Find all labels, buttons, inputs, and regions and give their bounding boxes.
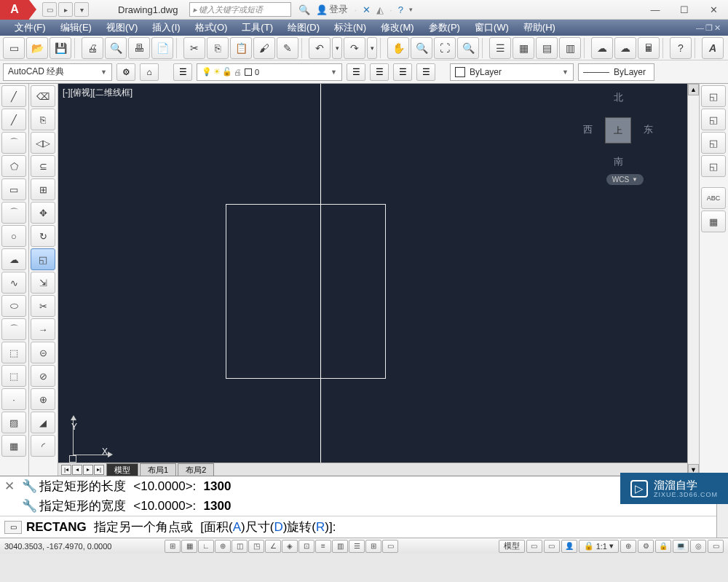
layer-freeze-icon[interactable]: ☰ bbox=[416, 63, 435, 81]
polyline-tool-icon[interactable]: ⌒ bbox=[1, 132, 26, 154]
menu-window[interactable]: 窗口(W) bbox=[467, 20, 516, 36]
rt-visual-style4-icon[interactable]: ◱ bbox=[701, 155, 726, 177]
qat-open-icon[interactable]: ▸ bbox=[58, 2, 73, 17]
coordinates-readout[interactable]: 3040.3503, -167.4970, 0.0000 bbox=[4, 542, 150, 551]
menu-view[interactable]: 视图(V) bbox=[99, 20, 145, 36]
fillet-tool-icon[interactable]: ◜ bbox=[31, 435, 55, 457]
line-tool-icon[interactable]: ╱ bbox=[1, 85, 26, 107]
viewcube-east[interactable]: 东 bbox=[644, 123, 653, 136]
quickcalc-icon[interactable]: ☁ bbox=[614, 37, 636, 59]
offset-tool-icon[interactable]: ⊆ bbox=[31, 155, 55, 177]
ellipse-tool-icon[interactable]: ⬭ bbox=[1, 295, 26, 317]
rt-visual-style2-icon[interactable]: ◱ bbox=[701, 109, 726, 130]
stretch-tool-icon[interactable]: ⇲ bbox=[31, 272, 55, 294]
rt-text-icon[interactable]: ABC bbox=[701, 187, 726, 209]
design-center-icon[interactable]: ▦ bbox=[513, 37, 534, 59]
vertical-scrollbar[interactable]: ▲ ▼ bbox=[687, 84, 699, 476]
qat-new-icon[interactable]: ▭ bbox=[42, 2, 57, 17]
wrench-icon[interactable]: ✕ bbox=[4, 480, 17, 493]
help-toolbar-icon[interactable]: ? bbox=[670, 37, 692, 59]
annotation-scale-value[interactable]: 🔒 1:1 ▾ bbox=[579, 540, 619, 553]
quickview-drawings-icon[interactable]: ▭ bbox=[544, 540, 560, 553]
join-tool-icon[interactable]: ⊕ bbox=[31, 388, 55, 410]
rt-visual-style3-icon[interactable]: ◱ bbox=[701, 132, 726, 154]
otrack-toggle-icon[interactable]: ∠ bbox=[265, 540, 281, 553]
calc-icon[interactable]: 🖩 bbox=[638, 37, 660, 59]
menu-draw[interactable]: 绘图(D) bbox=[280, 20, 327, 36]
viewcube-north[interactable]: 北 bbox=[614, 91, 623, 104]
match-props-icon[interactable]: 🖌 bbox=[253, 37, 275, 59]
menu-edit[interactable]: 编辑(E) bbox=[53, 20, 99, 36]
menu-format[interactable]: 格式(O) bbox=[188, 20, 235, 36]
layer-prev-icon[interactable]: ☰ bbox=[393, 63, 412, 81]
search-icon[interactable]: 🔍 bbox=[298, 4, 310, 15]
menu-insert[interactable]: 插入(I) bbox=[145, 20, 187, 36]
menu-help[interactable]: 帮助(H) bbox=[516, 20, 563, 36]
paste-icon[interactable]: 📋 bbox=[230, 37, 252, 59]
isolate-objects-icon[interactable]: ◎ bbox=[690, 540, 706, 553]
layer-iso-icon[interactable]: ☰ bbox=[370, 63, 389, 81]
wcs-badge[interactable]: WCS▼ bbox=[606, 174, 644, 185]
mdi-restore-icon[interactable]: ❐ bbox=[705, 23, 713, 33]
zoom-realtime-icon[interactable]: 🔍 bbox=[411, 37, 432, 59]
quickview-layouts-icon[interactable]: ▭ bbox=[526, 540, 542, 553]
menu-tools[interactable]: 工具(T) bbox=[234, 20, 280, 36]
viewcube-west[interactable]: 西 bbox=[583, 123, 593, 136]
login-button[interactable]: 👤 登录 bbox=[316, 3, 348, 16]
hatch-tool-icon[interactable]: ▨ bbox=[1, 412, 26, 433]
qat-dropdown-icon[interactable]: ▾ bbox=[74, 2, 89, 17]
tab-first-icon[interactable]: |◂ bbox=[61, 465, 71, 475]
markup-icon[interactable]: ☁ bbox=[591, 37, 613, 59]
sheet-set-icon[interactable]: ▥ bbox=[559, 37, 581, 59]
layer-combo[interactable]: 💡 ☀ 🔓 🖨 0 ▼ bbox=[197, 63, 342, 81]
tab-next-icon[interactable]: ▸ bbox=[83, 465, 93, 475]
array-tool-icon[interactable]: ⊞ bbox=[31, 178, 55, 200]
scale-tool-icon[interactable]: ◱ bbox=[31, 248, 55, 270]
menu-file[interactable]: 文件(F) bbox=[7, 20, 53, 36]
workspace-settings-icon[interactable]: ⚙ bbox=[116, 63, 135, 81]
annotation-visibility-icon[interactable]: ⊕ bbox=[620, 540, 636, 553]
rectangle-tool-icon[interactable]: ▭ bbox=[1, 178, 26, 200]
rotate-tool-icon[interactable]: ↻ bbox=[31, 225, 55, 247]
workspace-home-icon[interactable]: ⌂ bbox=[140, 63, 159, 81]
dyn-toggle-icon[interactable]: ⊡ bbox=[298, 540, 314, 553]
clean-screen-icon[interactable]: ▭ bbox=[708, 540, 724, 553]
publish-icon[interactable]: 🖶 bbox=[128, 37, 150, 59]
copy-tool-icon[interactable]: ⎘ bbox=[31, 109, 55, 130]
redo-icon[interactable]: ↷ bbox=[344, 37, 365, 59]
text-style-icon[interactable]: A bbox=[702, 37, 724, 59]
break-point-icon[interactable]: ⊝ bbox=[31, 342, 55, 363]
scroll-up-icon[interactable]: ▲ bbox=[688, 84, 699, 95]
3dosnap-toggle-icon[interactable]: ◳ bbox=[248, 540, 264, 553]
help-icon[interactable]: ? bbox=[398, 4, 403, 15]
copy-icon[interactable]: ⎘ bbox=[207, 37, 229, 59]
tab-layout2[interactable]: 布局2 bbox=[178, 463, 214, 476]
undo-dropdown-icon[interactable]: ▾ bbox=[332, 37, 342, 59]
minimize-button[interactable]: — bbox=[641, 0, 670, 20]
snap-toggle-icon[interactable]: ⊞ bbox=[165, 540, 181, 553]
drawing-canvas[interactable]: [-][俯视][二维线框] Y X 北 南 西 东 上 WCS▼ |◂ ◂ ▸ … bbox=[58, 84, 687, 476]
redo-dropdown-icon[interactable]: ▾ bbox=[367, 37, 377, 59]
menu-parametric[interactable]: 参数(P) bbox=[422, 20, 467, 36]
am-toggle-icon[interactable]: ▭ bbox=[382, 540, 398, 553]
ortho-toggle-icon[interactable]: ∟ bbox=[198, 540, 214, 553]
osnap-toggle-icon[interactable]: ◫ bbox=[232, 540, 248, 553]
plot-icon[interactable]: 📄 bbox=[151, 37, 173, 59]
cut-icon[interactable]: ✂ bbox=[183, 37, 205, 59]
ducs-toggle-icon[interactable]: ◈ bbox=[282, 540, 298, 553]
extend-tool-icon[interactable]: → bbox=[31, 318, 55, 340]
zoom-window-icon[interactable]: ⛶ bbox=[434, 37, 456, 59]
trim-tool-icon[interactable]: ✂ bbox=[31, 295, 55, 317]
new-file-icon[interactable]: ▭ bbox=[3, 37, 25, 59]
undo-icon[interactable]: ↶ bbox=[309, 37, 331, 59]
tab-last-icon[interactable]: ▸| bbox=[94, 465, 104, 475]
rt-visual-style1-icon[interactable]: ◱ bbox=[701, 85, 726, 107]
make-block-icon[interactable]: ⬚ bbox=[1, 365, 26, 387]
transparency-toggle-icon[interactable]: ▥ bbox=[332, 540, 348, 553]
mdi-close-icon[interactable]: ✕ bbox=[714, 23, 721, 33]
chamfer-tool-icon[interactable]: ◢ bbox=[31, 412, 55, 433]
maximize-button[interactable]: ☐ bbox=[670, 0, 699, 20]
move-tool-icon[interactable]: ✥ bbox=[31, 202, 55, 224]
annotation-scale-icon[interactable]: 👤 bbox=[561, 540, 577, 553]
hardware-accel-icon[interactable]: 💻 bbox=[673, 540, 689, 553]
